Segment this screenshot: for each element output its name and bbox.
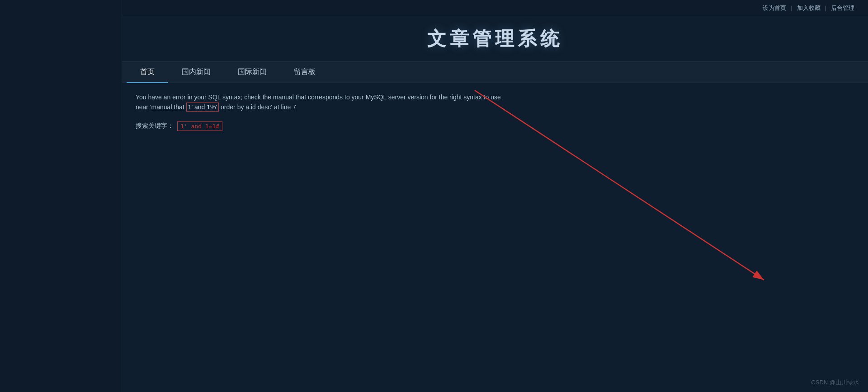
error-inline-box: 1' and 1%' xyxy=(186,103,219,112)
nav-domestic-news[interactable]: 国内新闻 xyxy=(168,61,224,83)
site-title-area: 文章管理系统 xyxy=(122,16,868,61)
site-title: 文章管理系统 xyxy=(427,26,563,51)
error-message: You have an error in your SQL syntax; ch… xyxy=(136,92,610,112)
sidebar xyxy=(0,0,122,392)
sep-1: | xyxy=(791,5,792,11)
error-text-line1: You have an error in your SQL syntax; ch… xyxy=(136,93,501,101)
error-text-pre: near ' xyxy=(136,103,151,111)
search-keyword-row: 搜索关键字： 1' and 1=1# xyxy=(136,121,854,131)
search-keyword-value: 1' and 1=1# xyxy=(177,121,222,131)
sep-2: | xyxy=(825,5,826,11)
add-favorites-link[interactable]: 加入收藏 xyxy=(797,4,821,12)
admin-panel-link[interactable]: 后台管理 xyxy=(831,4,854,12)
nav-international-news[interactable]: 国际新闻 xyxy=(224,61,280,83)
error-text-inline: 1' and 1%' xyxy=(184,103,219,112)
nav-guestbook[interactable]: 留言板 xyxy=(280,61,329,83)
search-label: 搜索关键字： xyxy=(136,122,174,130)
nav-home[interactable]: 首页 xyxy=(127,61,168,83)
top-bar: 设为首页 | 加入收藏 | 后台管理 xyxy=(122,0,868,16)
content-area: You have an error in your SQL syntax; ch… xyxy=(122,83,868,140)
set-homepage-link[interactable]: 设为首页 xyxy=(763,4,786,12)
error-text-post: order by a.id desc' at line 7 xyxy=(219,103,296,111)
main-content: 设为首页 | 加入收藏 | 后台管理 文章管理系统 首页 国内新闻 国际新闻 留… xyxy=(122,0,868,392)
error-text-highlight: manual that xyxy=(151,103,184,111)
watermark: CSDN @山川绿水 xyxy=(811,378,859,387)
nav-bar: 首页 国内新闻 国际新闻 留言板 xyxy=(122,61,868,83)
